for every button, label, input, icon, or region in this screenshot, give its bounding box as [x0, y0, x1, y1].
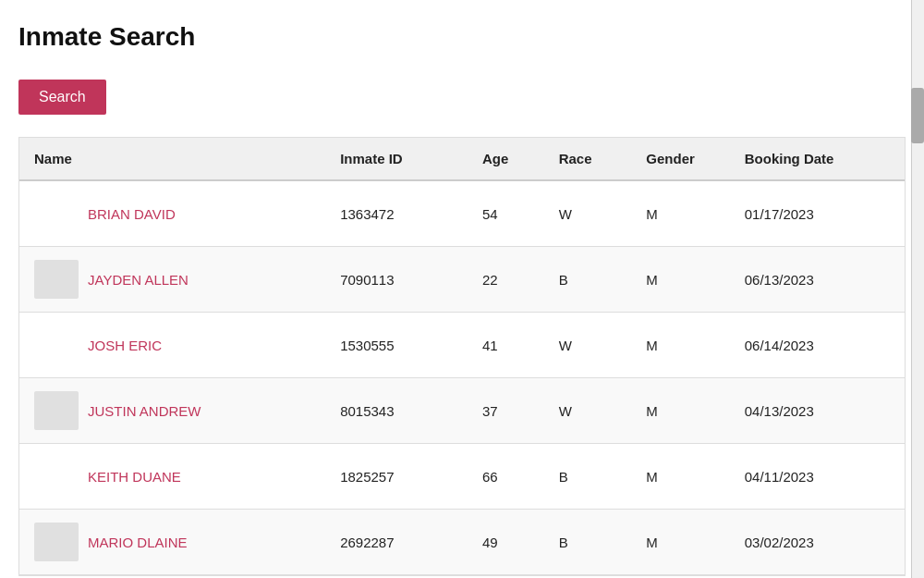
avatar-empty [34, 194, 79, 233]
table-row[interactable]: KEITH DUANE182525766BM04/11/2023 [19, 444, 905, 510]
booking-date-cell: 04/13/2023 [730, 378, 905, 444]
race-cell: W [544, 180, 632, 247]
booking-date-cell: 06/13/2023 [730, 247, 905, 313]
page-title: Inmate Search [18, 22, 878, 52]
col-header-name: Name [19, 138, 325, 180]
name-cell: JAYDEN ALLEN [34, 260, 310, 299]
race-cell: B [544, 510, 632, 575]
col-header-inmate-id: Inmate ID [325, 138, 468, 180]
inmate-id-cell: 1825257 [325, 444, 468, 510]
table-row[interactable]: JAYDEN ALLEN709011322BM06/13/2023 [19, 247, 905, 313]
avatar-empty [34, 326, 79, 364]
race-cell: W [544, 378, 632, 444]
col-header-booking-date: Booking Date [730, 138, 905, 180]
booking-date-cell: 01/17/2023 [730, 180, 905, 247]
name-cell: JUSTIN ANDREW [34, 391, 310, 430]
avatar [34, 260, 79, 299]
gender-cell: M [631, 180, 729, 247]
table-row[interactable]: MARIO DLAINE269228749BM03/02/2023 [19, 510, 905, 575]
race-cell: B [544, 247, 632, 313]
scrollbar-track[interactable] [911, 0, 924, 578]
inmate-name[interactable]: MARIO DLAINE [88, 535, 188, 550]
table-row[interactable]: JUSTIN ANDREW801534337WM04/13/2023 [19, 378, 905, 444]
table-row[interactable]: JOSH ERIC153055541WM06/14/2023 [19, 313, 905, 378]
avatar-empty [34, 457, 79, 496]
inmate-name[interactable]: JOSH ERIC [88, 338, 162, 353]
booking-date-cell: 03/02/2023 [730, 510, 905, 575]
gender-cell: M [631, 247, 729, 313]
gender-cell: M [631, 313, 729, 378]
page-container: Inmate Search Search Name Inmate ID Age … [0, 0, 896, 576]
age-cell: 66 [468, 444, 544, 510]
col-header-race: Race [544, 138, 632, 180]
table-header: Name Inmate ID Age Race Gender Booking D… [19, 138, 905, 180]
booking-date-cell: 04/11/2023 [730, 444, 905, 510]
name-cell: BRIAN DAVID [34, 194, 310, 233]
scrollbar-thumb[interactable] [911, 88, 924, 143]
inmate-table: Name Inmate ID Age Race Gender Booking D… [19, 138, 905, 575]
col-header-gender: Gender [631, 138, 729, 180]
inmate-name[interactable]: JAYDEN ALLEN [88, 272, 188, 288]
inmate-id-cell: 2692287 [325, 510, 468, 575]
inmate-id-cell: 1530555 [325, 313, 468, 378]
inmate-id-cell: 7090113 [325, 247, 468, 313]
age-cell: 49 [468, 510, 544, 575]
inmate-id-cell: 8015343 [325, 378, 468, 444]
table-body: BRIAN DAVID136347254WM01/17/2023JAYDEN A… [19, 180, 905, 575]
booking-date-cell: 06/14/2023 [730, 313, 905, 378]
age-cell: 22 [468, 247, 544, 313]
race-cell: W [544, 313, 632, 378]
age-cell: 37 [468, 378, 544, 444]
gender-cell: M [631, 444, 729, 510]
inmate-table-wrapper: Name Inmate ID Age Race Gender Booking D… [18, 137, 906, 576]
gender-cell: M [631, 378, 729, 444]
avatar [34, 391, 79, 430]
name-cell: KEITH DUANE [34, 457, 310, 496]
col-header-age: Age [468, 138, 544, 180]
gender-cell: M [631, 510, 729, 575]
age-cell: 54 [468, 180, 544, 247]
name-cell: MARIO DLAINE [34, 523, 310, 561]
inmate-id-cell: 1363472 [325, 180, 468, 247]
name-cell: JOSH ERIC [34, 326, 310, 364]
race-cell: B [544, 444, 632, 510]
search-button[interactable]: Search [18, 80, 106, 115]
table-row[interactable]: BRIAN DAVID136347254WM01/17/2023 [19, 180, 905, 247]
inmate-name[interactable]: JUSTIN ANDREW [88, 403, 201, 419]
avatar [34, 523, 79, 561]
inmate-name[interactable]: BRIAN DAVID [88, 206, 176, 222]
inmate-name[interactable]: KEITH DUANE [88, 469, 181, 485]
age-cell: 41 [468, 313, 544, 378]
